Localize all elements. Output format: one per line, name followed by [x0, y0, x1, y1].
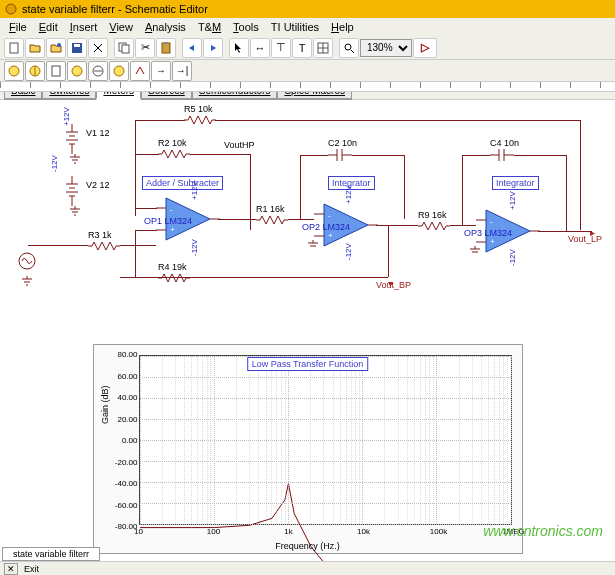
comp-icon-8[interactable]: → — [151, 61, 171, 81]
label-op3: OP3 LM324 — [464, 228, 512, 238]
sheet-tab-1[interactable]: state variable filterr — [2, 547, 100, 561]
menu-tools[interactable]: Tools — [228, 20, 264, 34]
redo-button[interactable] — [203, 38, 223, 58]
open-file-button[interactable] — [25, 38, 45, 58]
node-voutlp: Vout_LP — [568, 234, 602, 244]
wire — [135, 230, 157, 231]
chart-ytick: -20.00 — [98, 458, 138, 467]
wire — [538, 231, 592, 232]
svg-point-23 — [114, 66, 124, 76]
cap-c4[interactable] — [490, 148, 514, 164]
select-button[interactable] — [229, 38, 249, 58]
node-voutbp: Vout_BP — [376, 280, 411, 290]
menu-tm[interactable]: T&M — [193, 20, 226, 34]
rail-pos-op2: +12V — [344, 185, 353, 204]
status-exit[interactable]: Exit — [24, 564, 39, 574]
close-button[interactable] — [88, 38, 108, 58]
title-bar: state variable filterr - Schematic Edito… — [0, 0, 615, 18]
wire — [135, 208, 136, 216]
comp-icon-7[interactable] — [130, 61, 150, 81]
resistor-r2[interactable] — [158, 148, 190, 162]
sheet-tabs: state variable filterr — [2, 547, 100, 561]
grid-button[interactable] — [313, 38, 333, 58]
svg-text:-: - — [490, 217, 493, 226]
undo-button[interactable] — [182, 38, 202, 58]
comp-icon-1[interactable] — [4, 61, 24, 81]
schematic-canvas[interactable]: V1 12 V2 12 +12V -12V R3 1k R2 10k R5 10… — [0, 100, 600, 340]
label-r1: R1 16k — [256, 204, 285, 214]
app-icon — [4, 2, 18, 16]
ground-icon — [70, 154, 80, 166]
move-button[interactable]: ↔ — [250, 38, 270, 58]
block-adder: Adder / Subtracter — [142, 176, 223, 190]
open-web-button[interactable] — [46, 38, 66, 58]
component-bar: → →| — [0, 60, 615, 82]
svg-rect-4 — [74, 44, 80, 47]
menu-analysis[interactable]: Analysis — [140, 20, 191, 34]
menu-help[interactable]: Help — [326, 20, 359, 34]
resistor-r3[interactable] — [88, 240, 120, 254]
ac-source[interactable] — [18, 248, 36, 276]
new-file-button[interactable] — [4, 38, 24, 58]
menu-insert[interactable]: Insert — [65, 20, 103, 34]
chart-ytick: 40.00 — [98, 393, 138, 402]
svg-rect-19 — [52, 66, 60, 76]
wire — [218, 219, 256, 220]
cap-c2[interactable] — [328, 148, 352, 164]
comp-icon-9[interactable]: →| — [172, 61, 192, 81]
wire — [462, 155, 463, 225]
svg-rect-10 — [164, 42, 168, 44]
svg-rect-1 — [10, 43, 18, 53]
source-v2[interactable] — [66, 176, 86, 208]
wire — [135, 154, 159, 155]
resistor-r1[interactable] — [256, 214, 288, 228]
label-op2: OP2 LM324 — [302, 222, 350, 232]
menu-file[interactable]: File — [4, 20, 32, 34]
chart-xtick: 1k — [284, 527, 292, 536]
paste-button[interactable] — [156, 38, 176, 58]
chart-box: Low Pass Transfer Function Gain (dB) Fre… — [93, 344, 523, 554]
ground-icon-op3 — [470, 246, 480, 258]
wire — [462, 155, 490, 156]
label-c4: C4 10n — [490, 138, 519, 148]
svg-text:+: + — [328, 231, 333, 240]
resistor-r5[interactable] — [184, 114, 216, 128]
svg-rect-9 — [162, 43, 170, 53]
chart-xtick: 100 — [207, 527, 220, 536]
ruler — [0, 82, 615, 92]
copy-button[interactable] — [114, 38, 134, 58]
label-v2: V2 12 — [86, 180, 110, 190]
label-neg12v: -12V — [50, 155, 59, 172]
source-v1[interactable] — [66, 124, 86, 156]
chart-title: Low Pass Transfer Function — [247, 357, 369, 371]
wire-button[interactable]: ⊤ — [271, 38, 291, 58]
rail-neg-op1: -12V — [190, 239, 199, 256]
wire — [215, 120, 580, 121]
comp-icon-6[interactable] — [109, 61, 129, 81]
comp-icon-3[interactable] — [46, 61, 66, 81]
status-close-icon[interactable]: ✕ — [4, 563, 18, 575]
run-button[interactable]: ▷ — [413, 38, 437, 58]
wire — [135, 230, 136, 246]
save-button[interactable] — [67, 38, 87, 58]
resistor-r9[interactable] — [418, 220, 450, 234]
comp-icon-5[interactable] — [88, 61, 108, 81]
chart-xtick: 10k — [357, 527, 370, 536]
menu-view[interactable]: View — [104, 20, 138, 34]
zoom-button[interactable] — [339, 38, 359, 58]
resistor-r4[interactable] — [158, 272, 190, 286]
toolbar: ✂ ↔ ⊤ T 130% ▷ — [0, 36, 615, 60]
menu-edit[interactable]: Edit — [34, 20, 63, 34]
chart-ytick: 60.00 — [98, 372, 138, 381]
zoom-select[interactable]: 130% — [360, 39, 412, 57]
probe-icon-bp: ▾ — [388, 278, 393, 289]
comp-icon-4[interactable] — [67, 61, 87, 81]
comp-icon-2[interactable] — [25, 61, 45, 81]
wire — [135, 120, 136, 154]
menu-ti-utilities[interactable]: TI Utilities — [266, 20, 324, 34]
block-int2: Integrator — [492, 176, 539, 190]
label-r5: R5 10k — [184, 104, 213, 114]
text-button[interactable]: T — [292, 38, 312, 58]
cut-button[interactable]: ✂ — [135, 38, 155, 58]
ground-icon-3 — [22, 276, 32, 288]
